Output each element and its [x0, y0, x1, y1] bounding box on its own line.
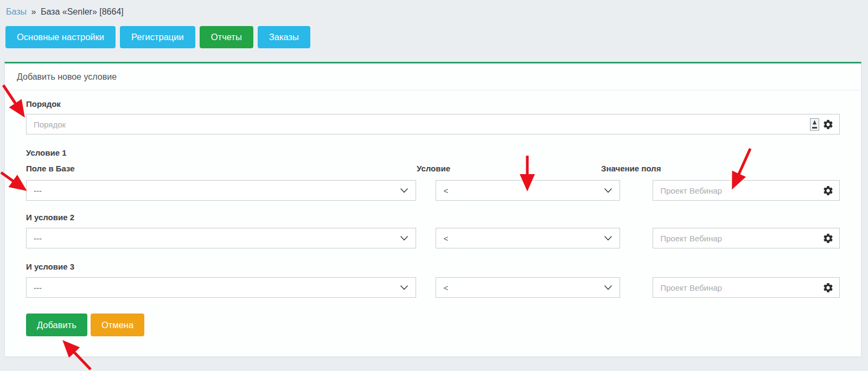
column-headers: Поле в Базе Условие Значение поля — [26, 164, 840, 173]
tab-reports[interactable]: Отчеты — [200, 26, 253, 48]
condition-select-1-value: < — [443, 186, 448, 195]
value-column-header: Значение поля — [601, 164, 788, 173]
condition-1-label: Условие 1 — [26, 148, 840, 157]
condition-row-3: --- < — [26, 277, 840, 298]
field-select-3[interactable]: --- — [26, 277, 416, 298]
chevron-down-icon — [604, 236, 612, 241]
condition-3-label: И условие 3 — [26, 262, 840, 271]
field-column-header: Поле в Базе — [26, 164, 417, 173]
value-input-2[interactable] — [653, 228, 822, 248]
chevron-down-icon — [400, 285, 408, 290]
condition-row-1: --- < — [26, 180, 840, 201]
value-input-wrap-3 — [653, 277, 840, 298]
field-select-3-value: --- — [34, 283, 42, 292]
gear-icon[interactable] — [822, 233, 834, 244]
breadcrumb-current: База «Senler» [8664] — [41, 7, 124, 16]
field-select-1-value: --- — [34, 186, 42, 195]
condition-2-label: И условие 2 — [26, 213, 840, 222]
value-input-wrap-2 — [653, 228, 840, 248]
condition-row-2: --- < — [26, 228, 840, 248]
condition-select-3[interactable]: < — [436, 277, 620, 298]
add-button[interactable]: Добавить — [26, 314, 87, 336]
tab-main-settings[interactable]: Основные настройки — [5, 26, 116, 48]
value-input-1[interactable] — [653, 181, 822, 200]
order-input[interactable] — [27, 114, 810, 134]
chevron-down-icon — [604, 285, 612, 290]
field-select-2[interactable]: --- — [26, 228, 416, 248]
panel-body: Порядок Условие 1 Поле в Базе Условие Зн… — [5, 91, 861, 356]
add-condition-panel: Добавить новое условие Порядок Условие 1… — [4, 62, 861, 357]
value-input-wrap-1 — [653, 180, 840, 201]
condition-column-header: Условие — [417, 164, 601, 173]
condition-select-3-value: < — [443, 283, 448, 292]
stepper-icon[interactable] — [810, 118, 819, 131]
gear-icon[interactable] — [822, 185, 834, 196]
breadcrumb-link-bases[interactable]: Базы — [6, 7, 27, 16]
field-select-2-value: --- — [34, 234, 42, 243]
order-input-wrap — [26, 114, 840, 135]
condition-select-2-value: < — [443, 234, 448, 243]
value-input-3[interactable] — [653, 278, 822, 297]
breadcrumb-separator: » — [31, 7, 36, 16]
breadcrumb: Базы » База «Senler» [8664] — [0, 0, 868, 17]
tab-orders[interactable]: Заказы — [258, 26, 310, 48]
tab-bar: Основные настройки Регистрации Отчеты За… — [5, 26, 868, 48]
chevron-down-icon — [400, 188, 408, 193]
condition-select-2[interactable]: < — [436, 228, 620, 248]
cancel-button[interactable]: Отмена — [91, 314, 144, 336]
gear-icon[interactable] — [822, 282, 834, 293]
form-actions: Добавить Отмена — [26, 314, 840, 336]
chevron-down-icon — [604, 188, 612, 193]
order-label: Порядок — [26, 99, 840, 108]
chevron-down-icon — [400, 236, 408, 241]
field-select-1[interactable]: --- — [26, 180, 416, 201]
condition-select-1[interactable]: < — [436, 180, 620, 201]
gear-icon[interactable] — [822, 119, 834, 130]
tab-registrations[interactable]: Регистрации — [120, 26, 195, 48]
panel-title: Добавить новое условие — [5, 63, 861, 91]
